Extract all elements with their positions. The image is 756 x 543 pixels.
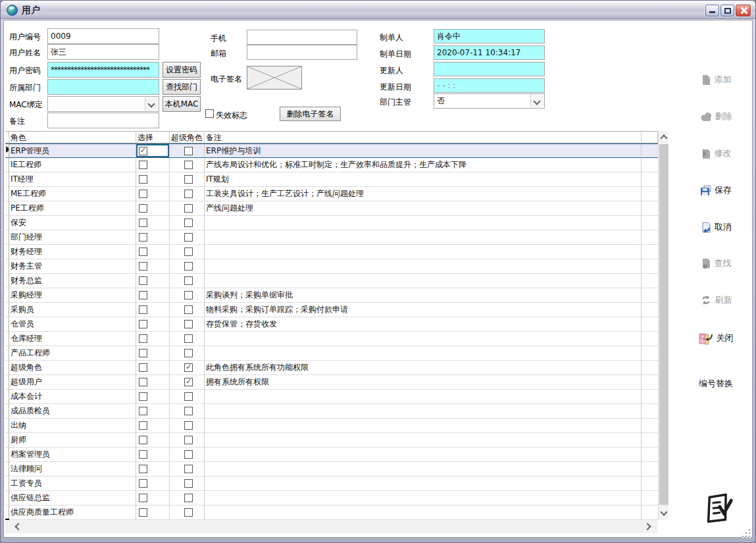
scroll-down-icon[interactable]: [660, 508, 667, 515]
role-cell[interactable]: 超级角色: [9, 361, 136, 375]
role-cell[interactable]: 档案管理员: [9, 448, 136, 462]
super-role-checkbox[interactable]: [184, 349, 193, 357]
remark-cell[interactable]: 此角色拥有系统所有功能权限: [205, 361, 642, 375]
role-cell[interactable]: IE工程师: [9, 158, 136, 172]
table-row[interactable]: 出纳: [5, 419, 658, 433]
table-row[interactable]: 财务总监: [5, 274, 658, 288]
select-checkbox[interactable]: [139, 175, 147, 184]
role-cell[interactable]: 成品质检员: [9, 404, 136, 419]
dept-head-select[interactable]: 否: [434, 93, 545, 109]
role-cell[interactable]: 超级用户: [9, 375, 136, 390]
remark-cell[interactable]: 拥有系统所有权限: [205, 375, 642, 390]
select-checkbox[interactable]: [139, 262, 147, 271]
super-role-cell[interactable]: [170, 491, 205, 505]
super-role-checkbox[interactable]: [184, 392, 193, 401]
table-row[interactable]: 采购经理 采购谈判；采购单据审批: [5, 288, 658, 303]
super-role-checkbox[interactable]: [184, 190, 193, 198]
table-row[interactable]: 工资专员: [5, 477, 658, 491]
remark-cell[interactable]: 物料采购；采购订单跟踪；采购付款申请: [205, 303, 642, 317]
table-row[interactable]: 供应商质量工程师: [5, 505, 658, 520]
table-row[interactable]: 采购员 物料采购；采购订单跟踪；采购付款申请: [5, 303, 658, 317]
close-button[interactable]: 关闭: [682, 331, 750, 346]
remark-cell[interactable]: ERP维护与培训: [205, 143, 642, 158]
super-role-cell[interactable]: [170, 419, 205, 433]
select-cell[interactable]: [136, 505, 170, 520]
refresh-button[interactable]: 刷新: [682, 293, 750, 307]
super-role-cell[interactable]: [170, 404, 205, 419]
select-checkbox[interactable]: [139, 465, 147, 473]
select-checkbox[interactable]: [139, 349, 147, 357]
super-role-cell[interactable]: [170, 288, 205, 303]
table-row[interactable]: 超级角色 ✓ 此角色拥有系统所有功能权限: [5, 361, 658, 375]
note-input[interactable]: [47, 113, 159, 128]
minimize-button[interactable]: [705, 5, 719, 16]
remark-cell[interactable]: [205, 491, 642, 505]
select-cell[interactable]: [136, 448, 170, 462]
cancel-button[interactable]: 取消: [682, 220, 750, 234]
select-checkbox[interactable]: [139, 204, 147, 213]
role-cell[interactable]: 部门经理: [9, 230, 136, 245]
select-cell[interactable]: [136, 404, 170, 419]
table-row[interactable]: 产品工程师: [5, 346, 658, 361]
user-id-input[interactable]: 0009: [47, 28, 159, 44]
super-role-checkbox[interactable]: [184, 204, 193, 213]
super-role-cell[interactable]: [170, 187, 205, 201]
super-role-checkbox[interactable]: [184, 247, 193, 256]
vscroll-thumb[interactable]: [659, 144, 668, 505]
select-cell[interactable]: [136, 288, 170, 303]
super-role-cell[interactable]: [170, 390, 205, 404]
maximize-button[interactable]: [720, 5, 734, 16]
table-row[interactable]: 超级用户 ✓ 拥有系统所有权限: [5, 375, 658, 390]
select-cell[interactable]: [136, 187, 170, 201]
select-checkbox[interactable]: [139, 276, 147, 285]
super-role-cell[interactable]: [170, 448, 205, 462]
resize-grip[interactable]: [742, 529, 751, 538]
select-checkbox[interactable]: [139, 320, 147, 328]
role-cell[interactable]: 成本会计: [9, 390, 136, 404]
role-cell[interactable]: 采购员: [9, 303, 136, 317]
select-checkbox[interactable]: [139, 161, 147, 169]
super-role-checkbox[interactable]: [184, 334, 193, 343]
table-row[interactable]: ERP管理员 ✓ ERP维护与培训: [5, 143, 658, 158]
super-role-cell[interactable]: [170, 346, 205, 361]
select-cell[interactable]: ✓: [136, 143, 170, 158]
select-cell[interactable]: [136, 201, 170, 216]
user-name-input[interactable]: 张三: [47, 44, 159, 60]
super-role-cell[interactable]: [170, 433, 205, 448]
table-row[interactable]: 法律顾问: [5, 462, 658, 477]
select-cell[interactable]: [136, 346, 170, 361]
super-role-checkbox[interactable]: [184, 421, 193, 430]
select-cell[interactable]: [136, 172, 170, 187]
remark-cell[interactable]: 采购谈判；采购单据审批: [205, 288, 642, 303]
remark-cell[interactable]: [205, 216, 642, 230]
super-role-checkbox[interactable]: [184, 147, 193, 155]
select-cell[interactable]: [136, 245, 170, 259]
super-role-checkbox[interactable]: ✓: [184, 378, 193, 386]
remark-cell[interactable]: [205, 419, 642, 433]
super-role-cell[interactable]: [170, 332, 205, 346]
select-cell[interactable]: [136, 433, 170, 448]
super-role-checkbox[interactable]: [184, 320, 193, 328]
role-cell[interactable]: ERP管理员: [9, 143, 136, 158]
super-role-cell[interactable]: [170, 245, 205, 259]
select-cell[interactable]: [136, 491, 170, 505]
select-checkbox[interactable]: [139, 392, 147, 401]
mac-binding-select[interactable]: [47, 96, 159, 112]
remark-cell[interactable]: 工装夹具设计；生产工艺设计；产线问题处理: [205, 187, 642, 201]
select-cell[interactable]: [136, 317, 170, 332]
delete-button[interactable]: 删除: [682, 109, 750, 124]
remark-cell[interactable]: [205, 259, 642, 274]
super-role-cell[interactable]: [170, 303, 205, 317]
column-header-remark[interactable]: 备注: [205, 132, 642, 143]
modify-button[interactable]: 修改: [682, 146, 750, 161]
super-role-checkbox[interactable]: [184, 276, 193, 285]
super-role-checkbox[interactable]: [184, 436, 193, 444]
title-bar[interactable]: 用户: [1, 1, 755, 19]
role-cell[interactable]: 仓库经理: [9, 332, 136, 346]
super-role-cell[interactable]: [170, 274, 205, 288]
remark-cell[interactable]: [205, 477, 642, 491]
select-cell[interactable]: [136, 216, 170, 230]
remark-cell[interactable]: [205, 274, 642, 288]
table-row[interactable]: 厨师: [5, 433, 658, 448]
select-checkbox[interactable]: [139, 479, 147, 488]
